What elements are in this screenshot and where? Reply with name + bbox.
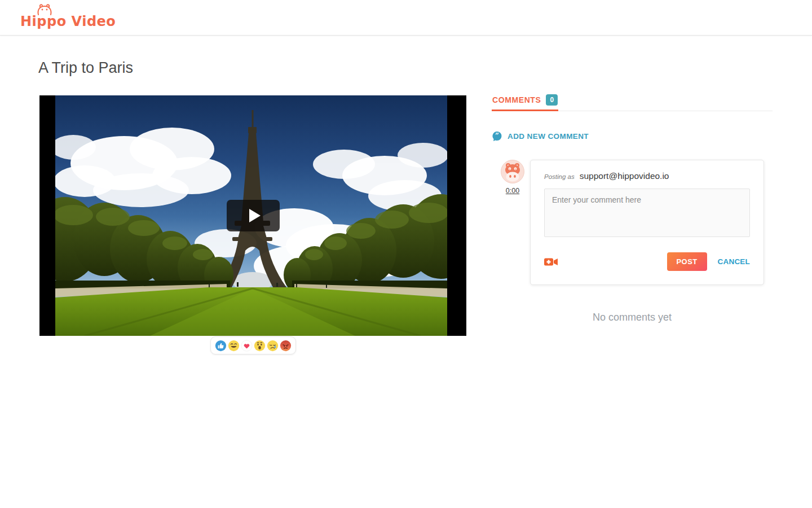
comment-timestamp-link[interactable]: 0:00 xyxy=(501,187,524,195)
hippo-avatar-icon xyxy=(502,161,523,182)
posting-as-email: support@hippovideo.io xyxy=(580,171,669,181)
play-icon xyxy=(249,209,261,222)
avatar xyxy=(501,160,524,183)
reaction-love-icon[interactable] xyxy=(241,340,253,352)
posting-as-label: Posting as xyxy=(544,173,575,180)
comment-input[interactable] xyxy=(544,189,750,237)
video-player[interactable] xyxy=(39,95,466,336)
cancel-button[interactable]: CANCEL xyxy=(718,257,750,266)
hippo-doodle-icon xyxy=(35,3,54,16)
compose-avatar-column: 0:00 xyxy=(492,160,530,285)
comments-tabs: COMMENTS 0 xyxy=(492,90,773,111)
comment-card: Posting as support@hippovideo.io POST CA… xyxy=(530,160,764,285)
hippo-video-logo[interactable]: Hippo Video xyxy=(20,3,116,33)
tab-comments[interactable]: COMMENTS 0 xyxy=(492,90,558,111)
reaction-angry-icon[interactable] xyxy=(280,340,292,352)
reaction-like-icon[interactable] xyxy=(215,340,227,352)
comment-card-actions: POST CANCEL xyxy=(544,252,750,271)
comments-panel: COMMENTS 0 ” ADD NEW COMMENT xyxy=(492,90,773,285)
reaction-haha-icon[interactable] xyxy=(228,340,240,352)
comments-count-badge: 0 xyxy=(546,94,558,106)
posting-line: Posting as support@hippovideo.io xyxy=(544,171,750,181)
add-video-comment-button[interactable] xyxy=(544,257,559,267)
post-button[interactable]: POST xyxy=(667,252,707,271)
reaction-wow-icon[interactable] xyxy=(254,340,266,352)
app-header: Hippo Video xyxy=(0,0,812,36)
add-new-comment-button[interactable]: ” ADD NEW COMMENT xyxy=(492,131,589,142)
play-button[interactable] xyxy=(227,200,280,231)
comments-tab-label: COMMENTS xyxy=(492,95,541,104)
add-new-comment-label: ADD NEW COMMENT xyxy=(508,132,589,141)
comment-compose: 0:00 Posting as support@hippovideo.io xyxy=(492,160,773,285)
speech-bubble-icon: ” xyxy=(492,131,502,142)
page-title: A Trip to Paris xyxy=(38,59,133,77)
reaction-sad-icon[interactable] xyxy=(267,340,279,352)
reactions-bar xyxy=(210,336,296,354)
svg-text:”: ” xyxy=(495,132,499,140)
video-camera-plus-icon xyxy=(544,257,559,267)
logo-text: Hippo Video xyxy=(20,14,116,29)
no-comments-message: No comments yet xyxy=(492,312,773,323)
